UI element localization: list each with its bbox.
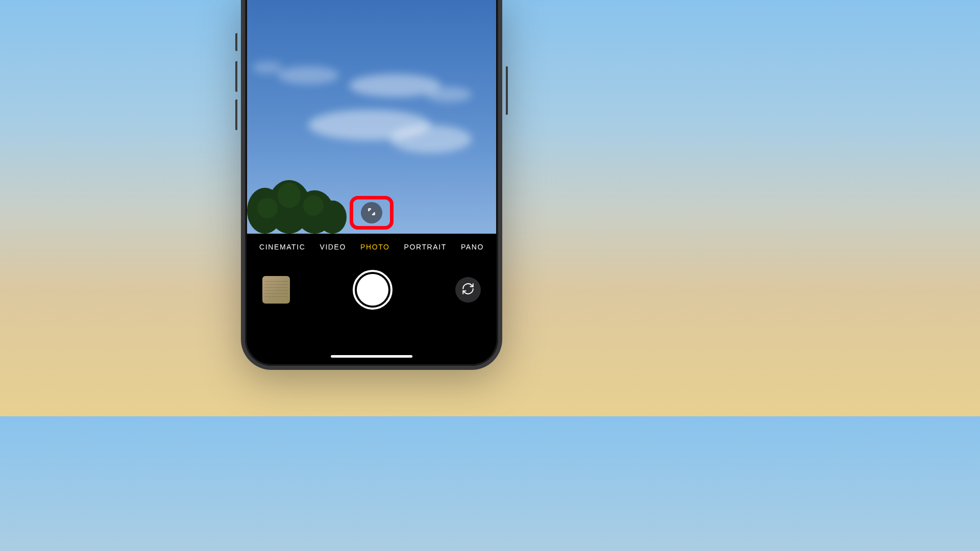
aspect-ratio-toggle-button[interactable] — [361, 202, 382, 223]
flip-camera-button[interactable] — [455, 277, 481, 303]
sky-cloud — [426, 87, 472, 102]
volume-down-button — [235, 99, 237, 130]
camera-controls-area: CINEMATIC VIDEO PHOTO PORTRAIT PANO — [247, 234, 496, 364]
expand-arrows-icon — [366, 207, 377, 219]
tree-silhouette — [247, 178, 349, 234]
mode-cinematic[interactable]: CINEMATIC — [259, 243, 305, 251]
sky-cloud — [278, 66, 339, 84]
mode-portrait[interactable]: PORTRAIT — [404, 243, 447, 251]
home-indicator[interactable] — [331, 355, 412, 358]
sky-cloud — [252, 61, 283, 74]
sky-cloud — [390, 125, 472, 153]
shutter-row — [247, 263, 496, 316]
shutter-button[interactable] — [353, 270, 393, 310]
power-button — [506, 66, 508, 115]
volume-up-button — [235, 61, 237, 92]
shutter-inner — [357, 274, 388, 306]
phone-frame: CINEMATIC VIDEO PHOTO PORTRAIT PANO — [241, 0, 502, 370]
phone-screen: CINEMATIC VIDEO PHOTO PORTRAIT PANO — [247, 0, 496, 364]
mode-pano[interactable]: PANO — [461, 243, 484, 251]
phone-mockup: CINEMATIC VIDEO PHOTO PORTRAIT PANO — [241, 0, 502, 370]
mode-photo[interactable]: PHOTO — [360, 243, 390, 251]
mode-video[interactable]: VIDEO — [320, 243, 346, 251]
camera-flip-icon — [461, 282, 475, 297]
mute-switch — [235, 33, 237, 51]
camera-mode-selector[interactable]: CINEMATIC VIDEO PHOTO PORTRAIT PANO — [247, 234, 496, 260]
last-photo-thumbnail[interactable] — [262, 276, 290, 304]
camera-viewfinder[interactable] — [247, 0, 496, 234]
